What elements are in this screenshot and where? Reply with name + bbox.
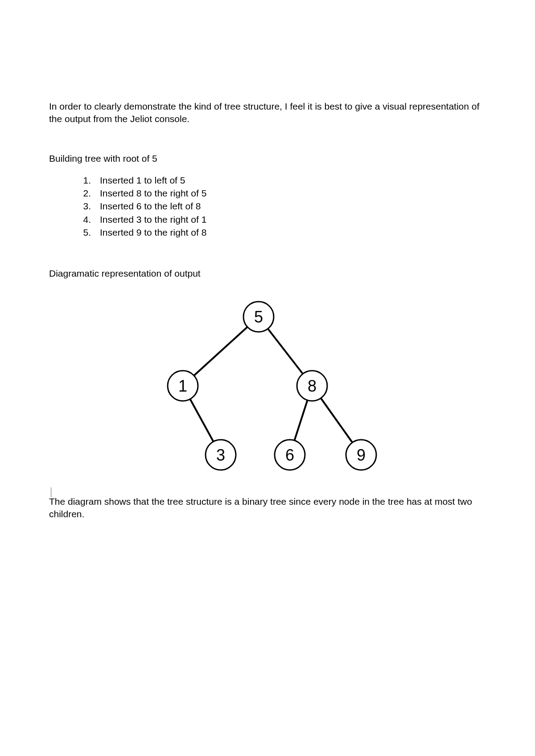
tree-edge	[321, 398, 353, 442]
step-item: 1.Inserted 1 to left of 5	[76, 174, 486, 187]
step-number: 5.	[76, 226, 92, 239]
step-text: Inserted 1 to left of 5	[92, 174, 185, 187]
tree-edge	[268, 329, 303, 374]
step-number: 4.	[76, 213, 92, 226]
tree-edge	[194, 327, 247, 376]
tree-node-value: 5	[254, 307, 263, 326]
tree-diagram: 518369	[143, 292, 392, 479]
step-item: 4.Inserted 3 to the right of 1	[76, 213, 486, 226]
step-text: Inserted 3 to the right of 1	[92, 213, 206, 226]
intro-paragraph: In order to clearly demonstrate the kind…	[49, 100, 486, 126]
step-number: 3.	[76, 200, 92, 212]
tree-edge	[294, 400, 307, 440]
step-item: 2.Inserted 8 to the right of 5	[76, 187, 486, 200]
step-item: 3.Inserted 6 to the left of 8	[76, 200, 486, 212]
tree-node-value: 8	[308, 376, 317, 395]
diagram-label: Diagramatic representation of output	[49, 268, 486, 279]
conclusion-paragraph: The diagram shows that the tree structur…	[49, 495, 486, 521]
step-number: 1.	[76, 174, 92, 187]
step-text: Inserted 9 to the right of 8	[92, 226, 206, 239]
building-label: Building tree with root of 5	[49, 153, 486, 164]
steps-list: 1.Inserted 1 to left of 52.Inserted 8 to…	[76, 174, 486, 239]
tree-node-value: 1	[178, 376, 187, 395]
step-item: 5.Inserted 9 to the right of 8	[76, 226, 486, 239]
tree-node-value: 6	[285, 445, 294, 464]
step-number: 2.	[76, 187, 92, 200]
step-text: Inserted 8 to the right of 5	[92, 187, 206, 200]
text-cursor: |	[50, 485, 52, 498]
tree-node-value: 9	[357, 445, 366, 464]
tree-edge	[190, 399, 213, 441]
tree-node-value: 3	[216, 445, 225, 464]
step-text: Inserted 6 to the left of 8	[92, 200, 201, 212]
